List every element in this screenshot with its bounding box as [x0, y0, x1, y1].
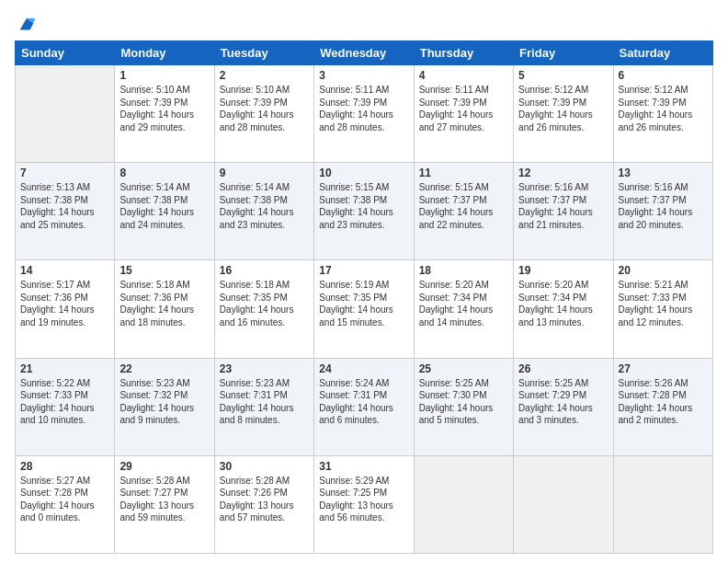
day-number: 2	[220, 69, 309, 82]
calendar-header-saturday: Saturday	[613, 41, 712, 65]
calendar-cell: 10Sunrise: 5:15 AM Sunset: 7:38 PM Dayli…	[314, 163, 414, 260]
day-info: Sunrise: 5:22 AM Sunset: 7:33 PM Dayligh…	[20, 377, 109, 427]
page: SundayMondayTuesdayWednesdayThursdayFrid…	[0, 0, 728, 563]
calendar-cell: 17Sunrise: 5:19 AM Sunset: 7:35 PM Dayli…	[314, 260, 414, 358]
day-info: Sunrise: 5:23 AM Sunset: 7:31 PM Dayligh…	[220, 377, 309, 427]
calendar-cell: 23Sunrise: 5:23 AM Sunset: 7:31 PM Dayli…	[214, 358, 313, 455]
calendar-cell	[414, 455, 513, 553]
calendar-cell	[16, 65, 115, 163]
calendar-cell: 9Sunrise: 5:14 AM Sunset: 7:38 PM Daylig…	[214, 163, 313, 260]
day-info: Sunrise: 5:14 AM Sunset: 7:38 PM Dayligh…	[119, 181, 209, 231]
day-number: 1	[119, 69, 209, 82]
calendar-week-row: 7Sunrise: 5:13 AM Sunset: 7:38 PM Daylig…	[16, 163, 713, 260]
day-number: 11	[419, 167, 508, 179]
day-number: 15	[119, 264, 209, 277]
day-info: Sunrise: 5:25 AM Sunset: 7:29 PM Dayligh…	[518, 377, 608, 427]
calendar-cell	[514, 455, 613, 553]
day-info: Sunrise: 5:27 AM Sunset: 7:28 PM Dayligh…	[20, 475, 109, 524]
calendar-cell: 26Sunrise: 5:25 AM Sunset: 7:29 PM Dayli…	[514, 358, 613, 455]
calendar-cell	[613, 455, 712, 553]
day-info: Sunrise: 5:14 AM Sunset: 7:38 PM Dayligh…	[220, 181, 309, 231]
calendar-cell: 22Sunrise: 5:23 AM Sunset: 7:32 PM Dayli…	[115, 358, 214, 455]
logo-icon	[17, 15, 37, 35]
calendar-cell: 20Sunrise: 5:21 AM Sunset: 7:33 PM Dayli…	[613, 260, 712, 358]
calendar-cell: 18Sunrise: 5:20 AM Sunset: 7:34 PM Dayli…	[414, 260, 513, 358]
calendar-cell: 15Sunrise: 5:18 AM Sunset: 7:36 PM Dayli…	[115, 260, 214, 358]
day-number: 9	[220, 167, 309, 179]
day-number: 22	[119, 362, 209, 375]
day-number: 7	[20, 167, 109, 179]
calendar-cell: 12Sunrise: 5:16 AM Sunset: 7:37 PM Dayli…	[514, 163, 613, 260]
day-number: 24	[319, 362, 408, 375]
day-number: 31	[319, 460, 408, 473]
calendar-header-friday: Friday	[514, 41, 613, 65]
day-number: 14	[20, 264, 109, 277]
day-info: Sunrise: 5:11 AM Sunset: 7:39 PM Dayligh…	[319, 84, 408, 133]
calendar-cell: 5Sunrise: 5:12 AM Sunset: 7:39 PM Daylig…	[514, 65, 613, 163]
calendar-cell: 1Sunrise: 5:10 AM Sunset: 7:39 PM Daylig…	[115, 65, 214, 163]
day-info: Sunrise: 5:18 AM Sunset: 7:36 PM Dayligh…	[119, 279, 209, 328]
day-info: Sunrise: 5:19 AM Sunset: 7:35 PM Dayligh…	[319, 279, 408, 328]
calendar-header-monday: Monday	[115, 41, 214, 65]
calendar-week-row: 28Sunrise: 5:27 AM Sunset: 7:28 PM Dayli…	[16, 455, 713, 553]
calendar-header-sunday: Sunday	[16, 41, 115, 65]
header	[15, 15, 713, 31]
day-number: 6	[619, 69, 708, 82]
day-info: Sunrise: 5:16 AM Sunset: 7:37 PM Dayligh…	[619, 181, 708, 231]
day-info: Sunrise: 5:24 AM Sunset: 7:31 PM Dayligh…	[319, 377, 408, 427]
calendar-header-thursday: Thursday	[414, 41, 513, 65]
calendar-week-row: 21Sunrise: 5:22 AM Sunset: 7:33 PM Dayli…	[16, 358, 713, 455]
day-info: Sunrise: 5:20 AM Sunset: 7:34 PM Dayligh…	[419, 279, 508, 328]
day-number: 8	[119, 167, 209, 179]
day-info: Sunrise: 5:12 AM Sunset: 7:39 PM Dayligh…	[619, 84, 708, 133]
day-info: Sunrise: 5:10 AM Sunset: 7:39 PM Dayligh…	[220, 84, 309, 133]
day-info: Sunrise: 5:25 AM Sunset: 7:30 PM Dayligh…	[419, 377, 508, 427]
day-number: 3	[319, 69, 408, 82]
day-info: Sunrise: 5:10 AM Sunset: 7:39 PM Dayligh…	[119, 84, 209, 133]
calendar-cell: 24Sunrise: 5:24 AM Sunset: 7:31 PM Dayli…	[314, 358, 414, 455]
calendar-cell: 29Sunrise: 5:28 AM Sunset: 7:27 PM Dayli…	[115, 455, 214, 553]
calendar-header-tuesday: Tuesday	[214, 41, 313, 65]
day-info: Sunrise: 5:13 AM Sunset: 7:38 PM Dayligh…	[20, 181, 109, 231]
calendar-cell: 14Sunrise: 5:17 AM Sunset: 7:36 PM Dayli…	[16, 260, 115, 358]
day-number: 18	[419, 264, 508, 277]
calendar-cell: 19Sunrise: 5:20 AM Sunset: 7:34 PM Dayli…	[514, 260, 613, 358]
calendar-cell: 3Sunrise: 5:11 AM Sunset: 7:39 PM Daylig…	[314, 65, 414, 163]
day-info: Sunrise: 5:21 AM Sunset: 7:33 PM Dayligh…	[619, 279, 708, 328]
calendar-cell: 21Sunrise: 5:22 AM Sunset: 7:33 PM Dayli…	[16, 358, 115, 455]
calendar-cell: 13Sunrise: 5:16 AM Sunset: 7:37 PM Dayli…	[613, 163, 712, 260]
day-info: Sunrise: 5:23 AM Sunset: 7:32 PM Dayligh…	[119, 377, 209, 427]
day-info: Sunrise: 5:11 AM Sunset: 7:39 PM Dayligh…	[419, 84, 508, 133]
day-info: Sunrise: 5:17 AM Sunset: 7:36 PM Dayligh…	[20, 279, 109, 328]
day-info: Sunrise: 5:15 AM Sunset: 7:37 PM Dayligh…	[419, 181, 508, 231]
calendar-week-row: 14Sunrise: 5:17 AM Sunset: 7:36 PM Dayli…	[16, 260, 713, 358]
day-info: Sunrise: 5:20 AM Sunset: 7:34 PM Dayligh…	[518, 279, 608, 328]
day-number: 4	[419, 69, 508, 82]
day-info: Sunrise: 5:28 AM Sunset: 7:26 PM Dayligh…	[220, 475, 309, 524]
calendar-cell: 8Sunrise: 5:14 AM Sunset: 7:38 PM Daylig…	[115, 163, 214, 260]
day-number: 5	[518, 69, 608, 82]
day-info: Sunrise: 5:15 AM Sunset: 7:38 PM Dayligh…	[319, 181, 408, 231]
calendar-cell: 4Sunrise: 5:11 AM Sunset: 7:39 PM Daylig…	[414, 65, 513, 163]
day-number: 16	[220, 264, 309, 277]
day-number: 17	[319, 264, 408, 277]
day-number: 19	[518, 264, 608, 277]
day-number: 21	[20, 362, 109, 375]
day-number: 23	[220, 362, 309, 375]
day-number: 12	[518, 167, 608, 179]
day-info: Sunrise: 5:16 AM Sunset: 7:37 PM Dayligh…	[518, 181, 608, 231]
calendar-header-row: SundayMondayTuesdayWednesdayThursdayFrid…	[16, 41, 713, 65]
calendar-cell: 6Sunrise: 5:12 AM Sunset: 7:39 PM Daylig…	[613, 65, 712, 163]
calendar-table: SundayMondayTuesdayWednesdayThursdayFrid…	[15, 40, 713, 554]
calendar-cell: 25Sunrise: 5:25 AM Sunset: 7:30 PM Dayli…	[414, 358, 513, 455]
day-info: Sunrise: 5:28 AM Sunset: 7:27 PM Dayligh…	[119, 475, 209, 524]
calendar-header-wednesday: Wednesday	[314, 41, 414, 65]
day-info: Sunrise: 5:26 AM Sunset: 7:28 PM Dayligh…	[619, 377, 708, 427]
day-number: 29	[119, 460, 209, 473]
day-number: 26	[518, 362, 608, 375]
day-number: 20	[619, 264, 708, 277]
calendar-cell: 7Sunrise: 5:13 AM Sunset: 7:38 PM Daylig…	[16, 163, 115, 260]
calendar-cell: 16Sunrise: 5:18 AM Sunset: 7:35 PM Dayli…	[214, 260, 313, 358]
day-number: 13	[619, 167, 708, 179]
day-info: Sunrise: 5:29 AM Sunset: 7:25 PM Dayligh…	[319, 475, 408, 524]
